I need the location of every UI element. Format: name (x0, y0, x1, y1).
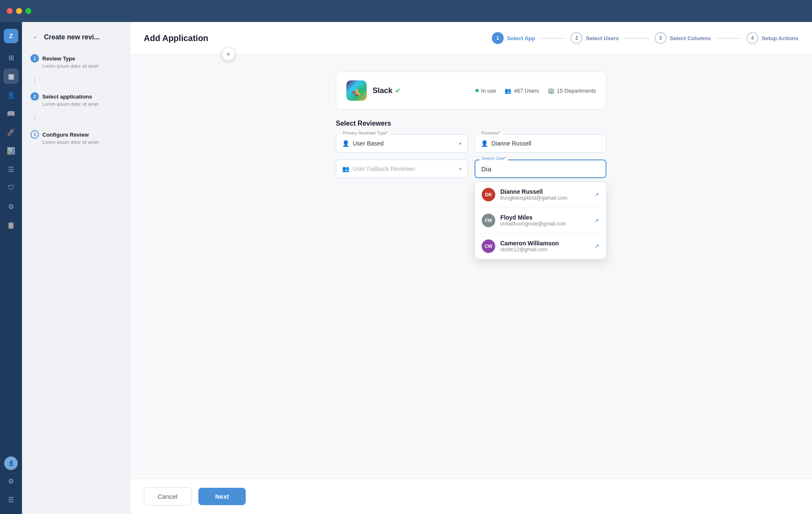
stepper-circle-3: 3 (655, 32, 667, 44)
user-dropdown: DR Dianne Russell trungkienspktnd@gamail… (475, 181, 606, 259)
fallback-field: 👥 User Fallback Reviewer ▾ (336, 159, 468, 178)
slack-icon (346, 80, 367, 101)
stepper-step-1: 1 Select App (492, 32, 535, 44)
fallback-label: User Fallback Reviewer (353, 165, 415, 172)
nav-icon-clipboard[interactable]: 📋 (3, 217, 19, 233)
step-item-review-type: 1 Review Type Lorem ipsum dolor sit amet (30, 54, 121, 69)
user-email-floyd: vuhaithuongnute@gmail.com (500, 221, 566, 227)
app-departments: 🏢 15 Departments (548, 88, 596, 94)
user-name-floyd: Floyd Miles (500, 214, 566, 221)
stepper-step-3: 3 Select Columns (655, 32, 711, 44)
stepper-connector-2 (624, 38, 650, 38)
panel-area: ← Create new revi... 1 Review Type Lorem… (22, 22, 812, 514)
reviewers-section: Select Reviewers Primary Reviewer Type 👤… (336, 120, 606, 178)
avatar-dianne: DR (482, 188, 495, 201)
reviewer-person-icon: 👤 (481, 140, 488, 147)
nav-settings-icon[interactable]: ⚙ (3, 473, 19, 489)
titlebar (0, 0, 812, 22)
search-user-input[interactable]: Dia (475, 159, 606, 178)
stepper-step-4: 4 Setup Actions (746, 32, 798, 44)
stepper-label-1: Select App (507, 35, 535, 41)
primary-reviewer-select[interactable]: 👤 User Based ▾ (336, 134, 468, 153)
reviewer-label: Reviewer (480, 131, 502, 135)
app-logo[interactable]: Z (4, 29, 18, 43)
traffic-green[interactable] (25, 8, 31, 14)
reviewer-field: Reviewer 👤 Dianne Russell (475, 134, 606, 153)
user-name-cameron: Cameron Williamson (500, 240, 559, 247)
nav-icon-chart[interactable]: 📊 (3, 143, 19, 158)
stepper-connector-1 (540, 38, 565, 38)
panel-title: Create new revi... (44, 33, 100, 41)
user-based-icon: 👤 (342, 140, 349, 147)
stepper-step-2: 2 Select Users (571, 32, 619, 44)
nav-icon-shield[interactable]: 🛡 (3, 180, 19, 195)
verified-icon: ✔ (395, 87, 401, 95)
stepper-circle-2: 2 (571, 32, 582, 44)
stepper-label-2: Select Users (586, 35, 619, 41)
reviewers-title: Select Reviewers (336, 120, 606, 127)
search-user-field: Search User Dia DR Dian (475, 159, 606, 178)
stepper-connector-3 (716, 38, 741, 38)
nav-menu-icon[interactable]: ☰ (3, 492, 19, 507)
search-input-value: Dia (481, 165, 491, 173)
app-info: Slack ✔ (346, 80, 401, 101)
app-card: Slack ✔ In use 👥 467 Users (336, 71, 606, 110)
nav-icon-book[interactable]: 📖 (3, 106, 19, 121)
step-circle-3: 3 (30, 130, 39, 139)
nav-sidebar: Z ⊞ ▦ 👤 📖 🚀 📊 ☰ 🛡 ⚙ 📋 👤 ⚙ ☰ (0, 22, 22, 514)
nav-icon-gear-badge[interactable]: ⚙ (3, 199, 19, 214)
nav-icon-calendar[interactable]: ▦ (3, 69, 19, 84)
app-meta: In use 👥 467 Users 🏢 15 Departments (475, 88, 596, 94)
app-name-block: Slack ✔ (373, 86, 401, 95)
step-desc-3: Lorem ipsum dolor sit amet (42, 140, 121, 145)
dropdown-item-floyd[interactable]: FM Floyd Miles vuhaithuongnute@gmail.com… (475, 208, 606, 234)
nav-icon-grid[interactable]: ⊞ (3, 50, 19, 65)
traffic-red[interactable] (7, 8, 13, 14)
primary-reviewer-label: Primary Reviewer Type (341, 131, 390, 135)
departments-icon: 🏢 (548, 88, 554, 94)
stepper-circle-1: 1 (492, 32, 504, 44)
app-name: Slack (373, 86, 392, 95)
step-name-1: Review Type (42, 55, 75, 62)
dropdown-item-dianne[interactable]: DR Dianne Russell trungkienspktnd@gamail… (475, 182, 606, 208)
step-desc-2: Lorem ipsum dolor sit amet (42, 102, 121, 107)
cancel-button[interactable]: Cancel (144, 487, 192, 506)
chevron-down-icon: ▾ (459, 141, 461, 146)
external-link-icon-dianne: ↗ (594, 191, 599, 198)
search-user-label: Search User (480, 156, 508, 161)
modal-close-button[interactable]: × (222, 47, 235, 61)
step-item-select-apps: 2 Select applications Lorem ipsum dolor … (30, 92, 121, 107)
back-button[interactable]: ← (30, 32, 41, 42)
nav-icon-person[interactable]: 👤 (3, 87, 19, 102)
users-count: 467 Users (514, 88, 539, 94)
in-use-dot (475, 89, 479, 92)
step-item-configure: 3 Configure Review Lorem ipsum dolor sit… (30, 130, 121, 145)
fallback-chevron-icon: ▾ (459, 167, 461, 171)
user-email-cameron: ckctm12@gmail.com (500, 247, 559, 253)
left-panel-header: ← Create new revi... (30, 32, 121, 42)
stepper: 1 Select App 2 Select Users (492, 32, 798, 44)
main-content: × Add Application 1 Select App (130, 22, 812, 514)
nav-icon-list[interactable]: ☰ (3, 162, 19, 177)
departments-count: 15 Departments (557, 88, 596, 94)
nav-icon-rocket[interactable]: 🚀 (3, 124, 19, 140)
step-circle-1: 1 (30, 54, 39, 63)
modal-footer: Cancel Next (130, 478, 812, 514)
primary-reviewer-field: Primary Reviewer Type 👤 User Based ▾ (336, 134, 468, 153)
stepper-circle-4: 4 (746, 32, 758, 44)
dropdown-item-cameron[interactable]: CW Cameron Williamson ckctm12@gmail.com … (475, 234, 606, 259)
traffic-yellow[interactable] (16, 8, 22, 14)
modal-body: Slack ✔ In use 👥 467 Users (130, 55, 812, 478)
step-circle-2: 2 (30, 92, 39, 101)
step-connector-2 (34, 115, 35, 122)
next-button[interactable]: Next (198, 488, 246, 505)
app-layout: Z ⊞ ▦ 👤 📖 🚀 📊 ☰ 🛡 ⚙ 📋 👤 ⚙ ☰ ← Create new… (0, 22, 812, 514)
user-email-dianne: trungkienspktnd@gamail.com (500, 195, 567, 201)
nav-bottom: 👤 ⚙ ☰ (3, 456, 19, 507)
fallback-select[interactable]: 👥 User Fallback Reviewer ▾ (336, 159, 468, 178)
stepper-label-4: Setup Actions (762, 35, 798, 41)
user-avatar-nav[interactable]: 👤 (4, 456, 18, 470)
modal-title: Add Application (144, 33, 208, 43)
app-users: 👥 467 Users (505, 88, 539, 94)
reviewer-input[interactable]: 👤 Dianne Russell (475, 134, 606, 153)
